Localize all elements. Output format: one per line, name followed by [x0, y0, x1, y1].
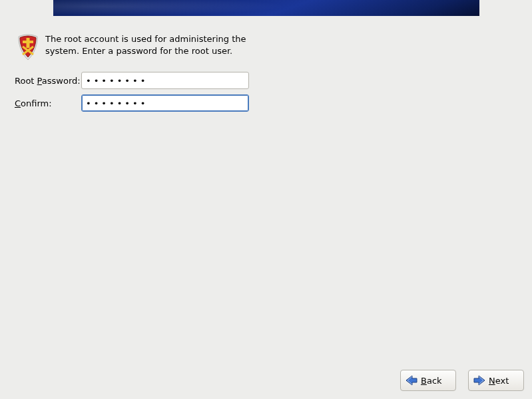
shield-icon: [15, 33, 41, 61]
arrow-left-icon: [405, 375, 418, 386]
confirm-password-input[interactable]: [81, 94, 249, 112]
confirm-row: Confirm:: [15, 94, 254, 112]
next-button[interactable]: Next: [468, 370, 524, 391]
back-button-label: Back: [421, 376, 442, 386]
root-password-panel: The root account is used for administeri…: [15, 33, 254, 117]
root-password-label: Root Password:: [15, 76, 81, 86]
footer-nav: Back Next: [400, 370, 524, 391]
arrow-right-icon: [473, 375, 486, 386]
header-banner: [53, 0, 479, 16]
description-text: The root account is used for administeri…: [45, 33, 254, 57]
confirm-label: Confirm:: [15, 98, 81, 108]
root-password-row: Root Password:: [15, 72, 254, 89]
back-button[interactable]: Back: [400, 370, 456, 391]
next-button-label: Next: [489, 376, 509, 386]
root-password-input[interactable]: [81, 72, 249, 89]
svg-rect-1: [23, 41, 33, 43]
